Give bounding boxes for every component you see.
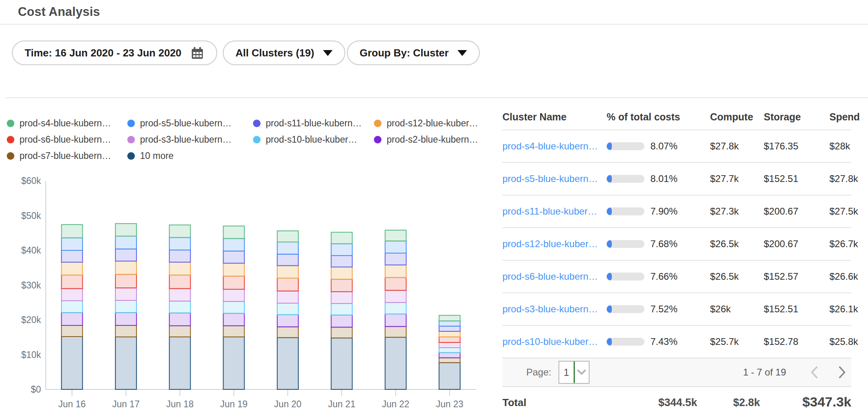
col-header-spend: Spend xyxy=(829,111,860,123)
cluster-name-link[interactable]: prod-s11-blue-kuber… xyxy=(502,206,607,217)
storage-value: $152.78 xyxy=(764,336,829,347)
bar-segment xyxy=(277,315,298,327)
bar-segment xyxy=(331,244,352,255)
table-row: prod-s4-blue-kubern…8.07%$27.8k$176.35$2… xyxy=(502,130,851,162)
y-axis-tick-label: $20k xyxy=(21,315,41,325)
compute-value: $26.5k xyxy=(710,238,764,250)
legend-item-prod-s10-blue-kuber[interactable]: prod-s10-blue-kuber… xyxy=(253,134,374,145)
legend-item-prod-s11-blue-kubern[interactable]: prod-s11-blue-kubern… xyxy=(253,118,374,128)
table-row: prod-s6-blue-kubern…7.66%$26.5k$152.57$2… xyxy=(502,260,851,292)
bar-segment xyxy=(439,326,460,331)
col-header-storage: Storage xyxy=(764,111,829,123)
legend-item-prod-s5-blue-kubern[interactable]: prod-s5-blue-kubern… xyxy=(127,118,253,128)
bar-segment xyxy=(62,288,83,301)
pct-progress-fill xyxy=(607,207,612,215)
pct-value: 7.43% xyxy=(650,336,677,347)
y-axis-tick-label: $0 xyxy=(31,384,41,395)
bar-segment xyxy=(277,254,298,266)
legend-item-prod-s2-blue-kubern[interactable]: prod-s2-blue-kubern… xyxy=(374,134,469,145)
time-range-label: Time: 16 Jun 2020 - 23 Jun 2020 xyxy=(25,47,181,59)
table-row: prod-s12-blue-kuber…7.68%$26.5k$200.67$2… xyxy=(502,227,851,260)
bar-segment xyxy=(331,267,352,279)
x-axis-tick-label: Jun 16 xyxy=(58,399,86,409)
pct-value: 7.90% xyxy=(650,206,677,217)
cluster-name-link[interactable]: prod-s4-blue-kubern… xyxy=(502,141,607,152)
bar-segment xyxy=(439,358,460,362)
page-select[interactable]: 1 xyxy=(559,361,590,384)
bar-segment xyxy=(385,277,406,290)
table-row: prod-s5-blue-kubern…8.01%$27.7k$152.51$2… xyxy=(502,162,851,195)
bar-segment xyxy=(115,300,136,313)
bar-segment xyxy=(277,291,298,303)
bar-segment xyxy=(115,236,136,249)
bar-segment xyxy=(169,225,191,238)
next-page-button[interactable] xyxy=(839,366,846,378)
bar-segment xyxy=(439,321,460,326)
pct-total-costs-cell: 8.01% xyxy=(607,173,710,184)
pct-progress-track xyxy=(607,207,644,215)
legend-item-more[interactable]: 10 more xyxy=(127,151,253,161)
bar-segment xyxy=(169,238,191,250)
legend-item-prod-s3-blue-kubern[interactable]: prod-s3-blue-kubern… xyxy=(127,134,253,145)
x-axis-tick-label: Jun 17 xyxy=(112,399,140,409)
bar-segment xyxy=(169,262,191,275)
cluster-name-link[interactable]: prod-s12-blue-kuber… xyxy=(502,238,607,250)
bar-segment xyxy=(169,313,191,326)
legend-dot-icon xyxy=(253,136,261,143)
bar-segment xyxy=(62,238,83,251)
spend-value: $26.7k xyxy=(829,238,858,250)
spend-value: $25.8k xyxy=(829,336,858,347)
legend-item-prod-s6-blue-kubern[interactable]: prod-s6-blue-kubern… xyxy=(7,134,127,145)
bar-segment xyxy=(331,255,352,267)
total-compute-value: $344.5k xyxy=(658,397,697,409)
cluster-name-link[interactable]: prod-s6-blue-kubern… xyxy=(502,271,607,282)
bar-segment xyxy=(223,289,244,302)
legend-dot-icon xyxy=(7,120,14,127)
cluster-filter-dropdown[interactable]: All Clusters (19) xyxy=(223,41,345,65)
pagination-range: 1 - 7 of 19 xyxy=(743,367,786,378)
total-spend-value: $347.3k xyxy=(802,394,851,410)
compute-value: $27.7k xyxy=(710,173,764,184)
chevron-down-icon xyxy=(577,370,586,375)
legend-dot-icon xyxy=(374,136,381,143)
pct-progress-track xyxy=(607,338,644,346)
pct-progress-track xyxy=(607,175,644,183)
pct-total-costs-cell: 8.07% xyxy=(607,141,710,152)
cluster-name-link[interactable]: prod-s10-blue-kuber… xyxy=(502,336,607,347)
bar-segment xyxy=(62,262,83,275)
table-header-row: Cluster Name % of total costs Compute St… xyxy=(502,104,851,130)
time-range-filter-button[interactable]: Time: 16 Jun 2020 - 23 Jun 2020 xyxy=(12,41,217,65)
col-header-pct-total-costs: % of total costs xyxy=(607,111,710,123)
page-title: Cost Analysis xyxy=(18,5,100,19)
legend-item-prod-s4-blue-kubern[interactable]: prod-s4-blue-kubern… xyxy=(7,118,127,128)
legend-item-prod-s7-blue-kubern[interactable]: prod-s7-blue-kubern… xyxy=(7,151,127,161)
cluster-name-link[interactable]: prod-s5-blue-kubern… xyxy=(502,173,607,184)
pct-total-costs-cell: 7.66% xyxy=(607,271,710,282)
pct-progress-track xyxy=(607,142,644,150)
pct-progress-track xyxy=(607,240,644,248)
bar-segment xyxy=(439,348,460,352)
header-divider xyxy=(0,24,868,25)
pct-value: 8.07% xyxy=(650,141,677,152)
chevron-right-icon xyxy=(839,366,846,378)
x-axis-tick-label: Jun 23 xyxy=(436,399,463,409)
section-divider xyxy=(6,97,868,98)
bar-segment xyxy=(223,276,244,289)
y-axis-tick-label: $60k xyxy=(21,176,41,186)
bar-segment xyxy=(223,251,244,263)
bar-segment xyxy=(115,288,136,301)
table-body: prod-s4-blue-kubern…8.07%$27.8k$176.35$2… xyxy=(502,130,851,358)
pct-value: 7.68% xyxy=(650,238,677,250)
bar-segment xyxy=(277,327,298,338)
y-axis-tick-label: $50k xyxy=(21,211,41,221)
spend-value: $28k xyxy=(829,141,851,152)
legend-item-prod-s12-blue-kuber[interactable]: prod-s12-blue-kuber… xyxy=(374,118,469,128)
storage-value: $152.57 xyxy=(764,271,829,282)
bar-segment xyxy=(115,325,136,337)
pct-progress-track xyxy=(607,273,644,281)
cluster-name-link[interactable]: prod-s3-blue-kubern… xyxy=(502,304,607,315)
group-by-dropdown[interactable]: Group By: Cluster xyxy=(347,41,480,65)
bar-segment xyxy=(223,263,244,276)
pct-progress-fill xyxy=(607,175,612,183)
prev-page-button[interactable] xyxy=(811,366,818,378)
